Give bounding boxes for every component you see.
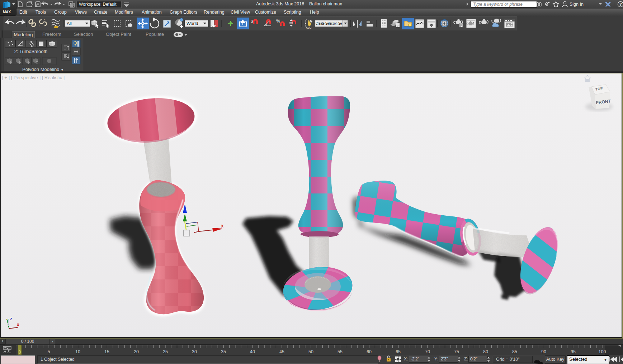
svg-text:90: 90: [541, 349, 546, 354]
svg-text:3: 3: [251, 19, 253, 24]
svg-text:ABC: ABC: [306, 26, 312, 29]
svg-text:100: 100: [599, 349, 606, 354]
svg-text:20: 20: [134, 349, 139, 354]
svg-text:*: *: [39, 25, 40, 28]
svg-text:35: 35: [221, 349, 226, 354]
svg-text:55: 55: [338, 349, 343, 354]
svg-text:%: %: [276, 19, 280, 24]
svg-text:85: 85: [512, 349, 517, 354]
svg-text:40: 40: [250, 349, 255, 354]
svg-text:80: 80: [483, 349, 488, 354]
svg-text:65: 65: [396, 349, 401, 354]
svg-text:95: 95: [571, 349, 576, 354]
svg-text:*: *: [44, 19, 45, 21]
svg-text:Create Selection Se: Create Selection Se: [316, 21, 342, 25]
svg-text:75: 75: [454, 349, 459, 354]
svg-text:30: 30: [192, 349, 197, 354]
svg-text:25: 25: [163, 349, 168, 354]
svg-text:50: 50: [308, 349, 313, 354]
svg-text:?: ?: [619, 2, 622, 6]
svg-text:0: 0: [19, 350, 21, 355]
svg-text:60: 60: [367, 349, 372, 354]
svg-text:15: 15: [104, 349, 109, 354]
svg-text:70: 70: [425, 349, 430, 354]
svg-text:All: All: [67, 21, 72, 26]
svg-text:5: 5: [48, 349, 50, 354]
svg-text:10: 10: [75, 349, 80, 354]
svg-text:45: 45: [279, 349, 284, 354]
svg-text:World: World: [187, 21, 198, 26]
svg-text:MAX: MAX: [3, 10, 11, 14]
